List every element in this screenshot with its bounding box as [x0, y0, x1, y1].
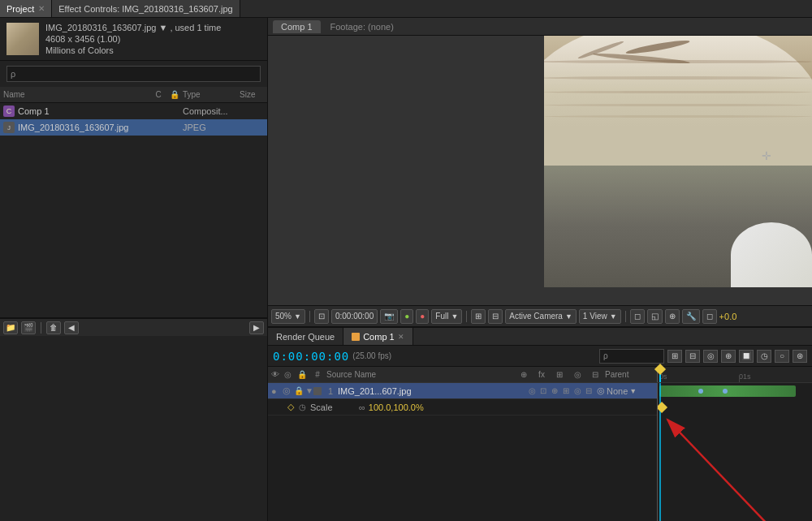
timeline-timecode[interactable]: 0:00:00:00	[273, 350, 349, 363]
layer-eye-btn[interactable]: ●	[271, 386, 283, 396]
timeline-ruler: 0s 01s 02s 03s 04s	[658, 367, 812, 382]
file-name: IMG_20180316_163607.jpg ▼ , used 1 time	[45, 23, 221, 32]
vc-sep3	[625, 311, 626, 322]
col-more2-header: ⊟	[587, 370, 603, 379]
th-lock-icon: 🔒	[166, 90, 183, 99]
timeline-search-icon: ρ	[603, 351, 608, 360]
table-row[interactable]: J IMG_20180316_163607.jpg JPEG	[0, 119, 267, 136]
th-name: Name	[3, 90, 150, 99]
timeline-fps: (25.00 fps)	[352, 351, 391, 360]
timeline-search-input[interactable]	[610, 351, 660, 360]
layer-row[interactable]: ● ◎ 🔒 ▼ 1 IMG_201...607.jpg ◎ ⊡ ⊕ ⊞	[268, 383, 657, 399]
new-folder-btn[interactable]: 📁	[3, 321, 18, 334]
tc-btn4[interactable]: ⊕	[721, 350, 736, 363]
color2-btn[interactable]: ●	[416, 309, 429, 324]
project-search-bar[interactable]: ρ	[6, 66, 261, 82]
col-more-header: ◎	[569, 370, 585, 379]
project-tab[interactable]: Project ✕	[0, 0, 52, 17]
btn-a[interactable]: ◻	[630, 309, 645, 324]
tc-btn2[interactable]: ⊟	[685, 350, 700, 363]
layer-sw4[interactable]: ⊞	[563, 386, 574, 395]
project-tab-close[interactable]: ✕	[38, 4, 45, 13]
tc-btn6[interactable]: ◷	[757, 350, 771, 363]
color-btn[interactable]: ●	[400, 309, 413, 324]
grid-btn[interactable]: ⊞	[471, 309, 486, 324]
scale-bar-row	[658, 399, 812, 416]
trash-btn[interactable]: 🗑	[46, 321, 61, 334]
left-panel: IMG_20180316_163607.jpg ▼ , used 1 time …	[0, 18, 268, 521]
timeline-left-header: 👁 ◎ 🔒 # Source Name ⊕ fx ⊞ ◎ ⊟ Parent	[268, 367, 658, 382]
view-count-dropdown[interactable]: 1 View ▼	[579, 309, 621, 324]
red-arrow-line	[667, 420, 788, 521]
camera-btn[interactable]: 📷	[380, 309, 398, 324]
top-bar: Project ✕ Effect Controls: IMG_20180316_…	[0, 0, 812, 18]
layer-type-icon	[312, 385, 323, 397]
zoom-dropdown[interactable]: 50% ▼	[271, 309, 305, 324]
layer-solo-btn[interactable]: ◎	[283, 385, 294, 396]
settings-btn[interactable]: ◀	[64, 321, 79, 334]
comp1-tab-close[interactable]: ✕	[398, 333, 404, 341]
project-table: Name C 🔒 Type Size C Comp 1	[0, 87, 267, 317]
table-row[interactable]: C Comp 1 Composit...	[0, 103, 267, 119]
tc-btn1[interactable]: ⊞	[667, 350, 682, 363]
jpg-icon: J	[3, 122, 15, 133]
layer-sw1[interactable]: ◎	[529, 386, 540, 395]
new-comp-btn[interactable]: 🎬	[21, 321, 36, 334]
view-dropdown[interactable]: Active Camera ▼	[505, 309, 577, 324]
grid2-btn[interactable]: ⊟	[488, 309, 503, 324]
tc-btn5[interactable]: 🔲	[739, 350, 754, 363]
btn-b[interactable]: ◱	[647, 309, 663, 324]
ridge2	[544, 76, 812, 80]
vc-sep1	[309, 311, 310, 322]
col-lock-header: 🔒	[297, 370, 309, 379]
btn-c[interactable]: ⊕	[665, 309, 680, 324]
scale-label: Scale	[310, 403, 359, 412]
footage-label: Footage: (none)	[330, 22, 394, 32]
view-chevron: ▼	[565, 312, 572, 321]
timecode-display[interactable]: 0:00:00:00	[331, 309, 378, 324]
timeline-body: ● ◎ 🔒 ▼ 1 IMG_201...607.jpg ◎ ⊡ ⊕ ⊞	[268, 383, 812, 521]
layer-lock-btn[interactable]: 🔒	[294, 386, 305, 395]
parent-chevron: ▼	[629, 387, 637, 395]
fit-btn[interactable]: ⊡	[314, 309, 329, 324]
scale-stopwatch[interactable]: ◷	[299, 403, 310, 411]
col-eye-header: 👁	[271, 370, 283, 379]
btn-e[interactable]: ◻	[702, 309, 717, 324]
layer-sw6[interactable]: ⊟	[585, 386, 597, 395]
col-parent-header: Parent	[605, 370, 654, 379]
col-sw-header: ⊕	[516, 370, 532, 379]
effect-controls-tab[interactable]: Effect Controls: IMG_20180316_163607.jpg	[52, 0, 240, 17]
right-panel: Comp 1 Footage: (none)	[268, 18, 812, 521]
comp1-viewer-tab[interactable]: Comp 1	[273, 20, 321, 33]
timeline-controls: 0:00:00:00 (25.00 fps) ρ ⊞ ⊟ ◎ ⊕ 🔲 ◷ ○ ⊛	[268, 346, 812, 367]
tc-btn8[interactable]: ⊛	[793, 350, 807, 363]
layer-sw3[interactable]: ⊕	[551, 386, 563, 395]
thumbnail-image	[6, 23, 39, 55]
bar-marker1	[698, 389, 703, 394]
tc-btn7[interactable]: ○	[775, 350, 789, 363]
timeline-left-panel: ● ◎ 🔒 ▼ 1 IMG_201...607.jpg ◎ ⊡ ⊕ ⊞	[268, 383, 658, 521]
layer-sw5[interactable]: ◎	[574, 386, 585, 395]
quality-dropdown[interactable]: Full ▼	[431, 309, 462, 324]
expand-btn[interactable]: ▶	[249, 321, 264, 334]
layer-sw2[interactable]: ⊡	[540, 386, 551, 395]
th-c: C	[150, 90, 166, 99]
effect-controls-label: Effect Controls: IMG_20180316_163607.jpg	[58, 4, 232, 14]
scale-keyframe-btn[interactable]: ◇	[287, 402, 299, 412]
project-search-input[interactable]	[18, 69, 257, 79]
th-size: Size	[240, 90, 264, 99]
project-panel: IMG_20180316_163607.jpg ▼ , used 1 time …	[0, 18, 267, 318]
table-header: Name C 🔒 Type Size	[0, 87, 267, 103]
comp1-timeline-tab[interactable]: Comp 1 ✕	[343, 328, 413, 345]
layer-icon-box	[313, 387, 322, 395]
col-source-header: Source Name	[326, 370, 514, 379]
layer-green-bar[interactable]	[659, 385, 796, 397]
parent-dropdown[interactable]: ◎ None ▼	[597, 385, 654, 396]
comp1-tab-icon	[352, 333, 360, 341]
render-queue-tab[interactable]: Render Queue	[268, 328, 343, 345]
layer-expand-btn[interactable]: ▼	[305, 386, 312, 395]
btn-d[interactable]: 🔧	[682, 309, 700, 324]
timeline-search-bar[interactable]: ρ	[599, 349, 664, 364]
timeline-section: Render Queue Comp 1 ✕ 0:00:00:00 (25.00 …	[268, 326, 812, 521]
tc-btn3[interactable]: ◎	[703, 350, 718, 363]
